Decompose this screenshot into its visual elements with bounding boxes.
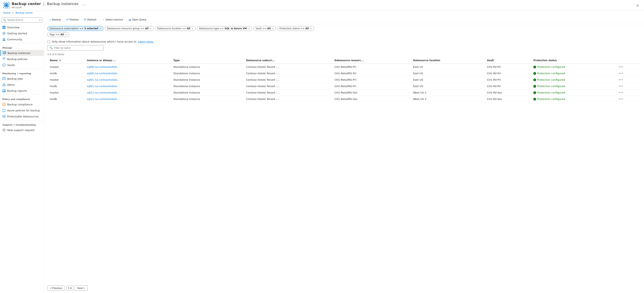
sidebar-item-vaults[interactable]: Vaults <box>0 62 44 68</box>
protection-status-label: Protection configured <box>537 98 565 101</box>
checkbox-label: Only show information about datasources … <box>52 40 136 43</box>
filter-close-icon-7[interactable]: × <box>65 33 67 36</box>
sidebar-nav-overview[interactable]: Overview <box>0 24 44 30</box>
cell-name-0: master <box>47 64 84 70</box>
cell-instance-2[interactable]: sql01.na.contosohotels... <box>84 77 171 83</box>
sidebar-item-backup-instances[interactable]: Backup instances <box>0 50 44 56</box>
sidebar-item-backup-reports[interactable]: Backup reports <box>0 88 44 94</box>
cell-menu-0[interactable]: ••• <box>615 64 641 70</box>
count-label: 1-6 of 6 items <box>44 52 644 57</box>
filter-datasource-subscription[interactable]: Datasource subscription == 3 selected × <box>47 26 104 31</box>
content-area: + + Backup Backup ↺ Restore ⟳ Refresh → … <box>44 15 644 293</box>
filter-close-icon-3[interactable]: × <box>192 27 194 30</box>
breadcrumb-home[interactable]: Home <box>3 12 10 14</box>
datasource-access-checkbox[interactable] <box>47 40 50 43</box>
filter-datasource-type[interactable]: Datasource type == SQL in Azure VM × <box>197 26 252 31</box>
cell-menu-5[interactable]: ••• <box>615 96 641 102</box>
backup-button[interactable]: + + Backup Backup <box>47 17 63 22</box>
cell-datasource-location-3: East US <box>410 83 484 90</box>
filter-by-name-input[interactable] <box>54 46 101 49</box>
sidebar-nav-getting-started[interactable]: Getting started <box>0 30 44 36</box>
sort-icon-name[interactable]: ⇅ <box>59 59 61 62</box>
search-filter: 🔍 <box>47 45 104 51</box>
filter-protection-status[interactable]: Protection status == All × <box>277 26 314 31</box>
sidebar-nav-community[interactable]: Community <box>0 36 44 42</box>
table-row: master sql01.na.contosohotels... Standal… <box>47 77 641 83</box>
row-menu-button-2[interactable]: ••• <box>618 78 624 82</box>
ellipsis-menu-button[interactable]: ... <box>81 2 86 6</box>
cell-instance-5[interactable]: sql12.na.contosohotels... <box>84 96 171 102</box>
cell-instance-0[interactable]: sql00.na.contosohotels... <box>84 64 171 70</box>
filter-close-icon-2[interactable]: × <box>150 27 152 30</box>
checkbox-area: Only show information about datasources … <box>44 39 644 45</box>
filter-vault[interactable]: Vault == All × <box>254 26 276 31</box>
search-input[interactable] <box>2 18 42 23</box>
filter-close-icon[interactable]: × <box>100 27 101 30</box>
cell-name-2: master <box>47 77 84 83</box>
row-menu-button-1[interactable]: ••• <box>618 72 624 75</box>
next-button[interactable]: Next > <box>75 285 88 290</box>
sidebar-search-area: 🔍 « <box>2 18 42 23</box>
row-menu-button-5[interactable]: ••• <box>618 97 624 101</box>
sidebar-item-backup-compliance[interactable]: Backup compliance <box>0 101 44 107</box>
sidebar-item-new-support-request[interactable]: ? New support request <box>0 127 44 133</box>
svg-rect-14 <box>4 54 5 54</box>
cell-datasource-location-0: East US <box>410 64 484 70</box>
cell-type-4: Standalone Instance <box>171 90 244 96</box>
protection-status-label: Protection configured <box>537 91 565 94</box>
open-query-button[interactable]: ☁ Open Query <box>126 17 148 22</box>
cell-vault-2: CH1-RV-Pri <box>484 77 531 83</box>
breadcrumb: Home > Backup center <box>0 11 644 15</box>
cell-menu-4[interactable]: ••• <box>615 90 641 96</box>
sidebar-divider-1 <box>0 43 44 43</box>
sidebar-label-new-support-request: New support request <box>7 129 34 132</box>
svg-rect-19 <box>4 84 4 85</box>
row-menu-button-4[interactable]: ••• <box>618 91 624 95</box>
cell-menu-3[interactable]: ••• <box>615 83 641 90</box>
cell-instance-1[interactable]: sql00.na.contosohotels... <box>84 70 171 77</box>
protectable-datasources-icon <box>2 115 6 118</box>
filter-close-icon-5[interactable]: × <box>272 27 274 30</box>
cell-instance-3[interactable]: sql01.na.contosohotels... <box>84 83 171 90</box>
close-button[interactable]: × <box>634 2 641 9</box>
sidebar-item-azure-policies[interactable]: Azure policies for backup <box>0 107 44 113</box>
svg-point-6 <box>3 39 4 40</box>
filter-datasource-location[interactable]: Datasource location == All × <box>155 26 196 31</box>
learn-more-link[interactable]: Learn more. <box>138 40 154 43</box>
row-menu-button-0[interactable]: ••• <box>618 65 624 69</box>
col-header-vault: Vault <box>484 57 531 64</box>
cell-menu-2[interactable]: ••• <box>615 77 641 83</box>
cell-menu-1[interactable]: ••• <box>615 70 641 77</box>
sidebar-item-backup-jobs[interactable]: Backup jobs <box>0 76 44 82</box>
filter-tags[interactable]: Tags == All × <box>47 32 69 37</box>
col-header-type: Type <box>171 57 244 64</box>
filter-close-icon-4[interactable]: × <box>248 27 250 30</box>
filter-close-icon-6[interactable]: × <box>310 27 312 30</box>
sidebar-item-protectable-datasources[interactable]: Protectable datasources <box>0 113 44 119</box>
main-layout: 🔍 « Overview Getting started Community M… <box>0 15 644 293</box>
row-menu-button-3[interactable]: ••• <box>618 84 624 88</box>
cell-vault-0: CH1-RV-Pri <box>484 64 531 70</box>
refresh-button[interactable]: ⟳ Refresh <box>82 17 99 22</box>
collapse-icon[interactable]: « <box>39 19 41 22</box>
restore-button[interactable]: ↺ Restore <box>64 17 81 22</box>
table-row: msdb sql01.na.contosohotels... Standalon… <box>47 83 641 90</box>
svg-rect-12 <box>4 52 6 52</box>
sidebar-item-backup-policies[interactable]: Backup policies <box>0 56 44 62</box>
sidebar-item-alerts[interactable]: Alerts <box>0 82 44 88</box>
table-row: msdb sql12.na.contosohotels... Standalon… <box>47 96 641 102</box>
top-bar: Backup center | Backup instances ... Mic… <box>0 0 644 11</box>
sidebar-label-backup-instances: Backup instances <box>8 52 30 55</box>
filter-label-datasource-subscription: Datasource subscription == 3 selected <box>50 27 98 30</box>
page-select[interactable]: 1 ▾ <box>66 286 73 290</box>
alerts-icon <box>2 83 6 86</box>
backup-instances-table: Name ⇅ Instance or Always ... Type Datas… <box>47 57 641 102</box>
filter-label-vault: Vault == All <box>256 27 271 30</box>
col-header-protection-status: Protection status <box>531 57 615 64</box>
cell-instance-4[interactable]: sql12.na.contosohotels... <box>84 90 171 96</box>
search-icon: 🔍 <box>3 19 6 22</box>
breadcrumb-current[interactable]: Backup center <box>16 12 33 14</box>
filter-datasource-resource-group[interactable]: Datasource resource group == All × <box>105 26 154 31</box>
previous-button[interactable]: < Previous <box>47 285 65 290</box>
select-columns-button[interactable]: → Select columns <box>100 17 125 22</box>
